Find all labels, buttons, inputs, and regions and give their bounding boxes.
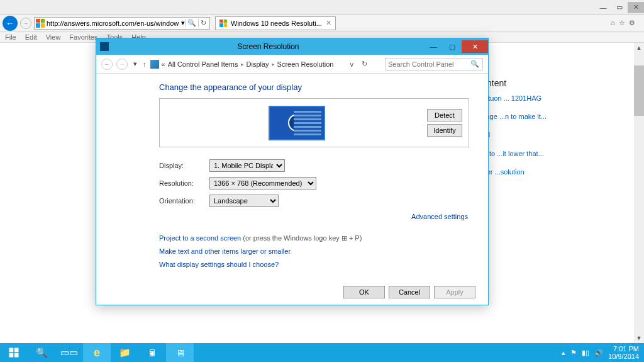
url-input[interactable] [45, 20, 181, 27]
scroll-thumb[interactable] [634, 65, 644, 116]
search-icon[interactable]: 🔍 [185, 19, 198, 27]
search-input[interactable] [386, 60, 467, 68]
breadcrumb-prefix: « [162, 60, 165, 68]
taskbar: 🔍 ▭▭ e 📁 🖩 🖥 ▴ ⚑ ▮▯ 🔊 7:01 PM 10/9/2014 [0, 343, 644, 362]
menu-file[interactable]: File [5, 33, 16, 41]
back-button[interactable]: ← [3, 16, 18, 31]
home-icon[interactable]: ⌂ [611, 19, 615, 27]
ie-window-controls: — ▭ ✕ [0, 0, 644, 15]
identify-button[interactable]: Identify [427, 124, 462, 137]
chevron-right-icon: ▸ [272, 61, 275, 67]
monitor-number: 1 [288, 114, 306, 132]
minimize-button[interactable]: — [424, 40, 443, 53]
window-body: Change the appearance of your display 1 … [96, 74, 488, 271]
project-screen-link[interactable]: Project to a second screen [159, 234, 241, 242]
forward-button[interactable]: → [20, 18, 31, 29]
ie-minimize-button[interactable]: — [595, 2, 611, 13]
chevron-right-icon: ▸ [241, 61, 244, 67]
page-heading: Change the appearance of your display [159, 82, 469, 92]
close-button[interactable]: ✕ [462, 40, 488, 53]
ie-close-button[interactable]: ✕ [628, 2, 644, 13]
ie-command-bar: ⌂ ☆ ⚙ [611, 19, 641, 27]
refresh-icon[interactable]: ↻ [198, 19, 208, 27]
nav-forward-button: → [116, 59, 128, 70]
favorites-icon[interactable]: ☆ [619, 19, 625, 27]
control-panel-icon [150, 60, 159, 69]
action-center-icon[interactable]: ⚑ [570, 349, 577, 357]
svg-rect-2 [9, 353, 14, 358]
network-icon[interactable]: ▮▯ [582, 349, 589, 357]
taskbar-app-button[interactable]: 🖩 [138, 343, 166, 362]
search-icon[interactable]: 🔍 [467, 60, 482, 68]
breadcrumb-item[interactable]: Display [247, 60, 269, 68]
start-button[interactable] [0, 343, 28, 362]
taskbar-control-panel-button[interactable]: 🖥 [166, 343, 194, 362]
taskbar-ie-button[interactable]: e [83, 343, 111, 362]
nav-back-button[interactable]: ← [101, 59, 113, 70]
menu-edit[interactable]: Edit [25, 33, 37, 41]
ie-scrollbar[interactable]: ▲ ▼ [634, 43, 644, 343]
detect-button[interactable]: Detect [427, 109, 462, 122]
display-label: Display: [159, 162, 209, 169]
resolution-label: Resolution: [159, 179, 209, 187]
browser-tab[interactable]: Windows 10 needs Resoluti... ✕ [215, 16, 336, 30]
window-title: Screen Resolution [113, 42, 424, 51]
project-hint: (or press the Windows logo key ⊞ + P) [241, 234, 362, 242]
menu-favorites[interactable]: Favorites [69, 33, 97, 41]
window-titlebar[interactable]: Screen Resolution — ▢ ✕ [96, 38, 488, 55]
taskbar-explorer-button[interactable]: 📁 [111, 343, 138, 362]
menu-view[interactable]: View [46, 33, 61, 41]
display-preview: 1 Detect Identify [159, 98, 469, 147]
breadcrumb-item[interactable]: Screen Resolution [277, 60, 334, 68]
clock-time: 7:01 PM [608, 345, 639, 353]
help-links: Project to a second screen (or press the… [159, 232, 469, 271]
nav-up-button[interactable]: ↑ [143, 60, 147, 68]
apply-button: Apply [434, 286, 475, 298]
cancel-button[interactable]: Cancel [389, 286, 430, 298]
ok-button[interactable]: OK [343, 286, 385, 298]
search-box[interactable]: 🔍 [385, 58, 483, 71]
breadcrumb-dropdown-icon[interactable]: v [348, 60, 355, 68]
clock[interactable]: 7:01 PM 10/9/2014 [608, 345, 639, 360]
orientation-select[interactable]: Landscape [209, 195, 279, 207]
address-bar[interactable]: ▾ 🔍 ↻ [34, 17, 210, 30]
tab-favicon-icon [219, 20, 227, 27]
ms-favicon-icon [36, 19, 45, 28]
tab-title: Windows 10 needs Resoluti... [231, 20, 322, 27]
display-select[interactable]: 1. Mobile PC Display [209, 159, 285, 172]
resolution-select[interactable]: 1366 × 768 (Recommended) [209, 177, 316, 189]
orientation-label: Orientation: [159, 197, 209, 205]
text-size-link[interactable]: Make text and other items larger or smal… [159, 247, 291, 255]
screen-resolution-window: Screen Resolution — ▢ ✕ ← → ▾ ↑ « All Co… [96, 38, 489, 305]
windows-key-icon: ⊞ [341, 234, 347, 242]
svg-rect-0 [9, 348, 14, 353]
dialog-buttons: OK Cancel Apply [343, 286, 475, 298]
search-button[interactable]: 🔍 [28, 343, 55, 362]
breadcrumb[interactable]: « All Control Panel Items ▸ Display ▸ Sc… [150, 60, 334, 69]
system-tray: ▴ ⚑ ▮▯ 🔊 7:01 PM 10/9/2014 [562, 345, 644, 360]
tab-close-icon[interactable]: ✕ [326, 19, 331, 27]
svg-rect-3 [14, 353, 19, 358]
display-help-link[interactable]: What display settings should I choose? [159, 261, 279, 268]
explorer-nav: ← → ▾ ↑ « All Control Panel Items ▸ Disp… [96, 55, 488, 74]
window-icon [100, 42, 109, 51]
maximize-button[interactable]: ▢ [443, 40, 462, 53]
advanced-settings-link[interactable]: Advanced settings [411, 213, 468, 220]
scroll-up-icon[interactable]: ▲ [634, 43, 644, 53]
refresh-button[interactable]: ↻ [359, 60, 370, 68]
ie-restore-button[interactable]: ▭ [611, 2, 628, 13]
breadcrumb-item[interactable]: All Control Panel Items [168, 60, 238, 68]
nav-recent-icon[interactable]: ▾ [131, 60, 139, 68]
monitor-icon[interactable]: 1 [269, 106, 325, 140]
task-view-button[interactable]: ▭▭ [55, 343, 83, 362]
tray-up-icon[interactable]: ▴ [562, 349, 565, 357]
scroll-down-icon[interactable]: ▼ [634, 333, 644, 343]
volume-icon[interactable]: 🔊 [594, 349, 603, 357]
svg-rect-1 [14, 348, 19, 353]
tools-icon[interactable]: ⚙ [629, 19, 635, 27]
ie-toolbar: ← → ▾ 🔍 ↻ Windows 10 needs Resoluti... ✕… [0, 15, 644, 31]
clock-date: 10/9/2014 [608, 353, 639, 360]
